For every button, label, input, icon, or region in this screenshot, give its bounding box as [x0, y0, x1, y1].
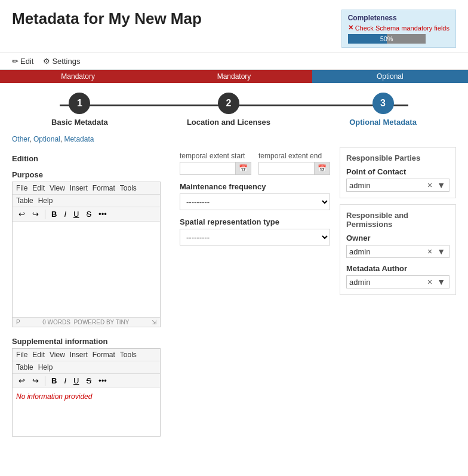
- responsible-parties-box: Responsible Parties Point of Contact adm…: [340, 147, 456, 198]
- owner-value: admin: [349, 247, 424, 256]
- sup-menu-edit[interactable]: Edit: [32, 351, 45, 359]
- temporal-end-input[interactable]: [259, 162, 314, 174]
- sup-menu-view[interactable]: View: [50, 351, 65, 359]
- temporal-start-input-wrap: 📅: [180, 162, 251, 175]
- breadcrumb-metadata[interactable]: Metadata: [64, 135, 94, 143]
- purpose-wordcount: 0 WORDS POWERED BY TINY: [42, 319, 129, 325]
- sup-menu-format[interactable]: Format: [93, 351, 115, 359]
- edit-button[interactable]: ✏ Edit: [12, 57, 33, 66]
- step-bar-mandatory-1: Mandatory: [0, 70, 156, 83]
- purpose-menu-view[interactable]: View: [50, 184, 65, 192]
- temporal-end-label: temporal extent end: [258, 152, 330, 160]
- settings-button[interactable]: ⚙ Settings: [43, 57, 80, 66]
- maintenance-label: Maintenance frequency: [180, 182, 330, 191]
- responsible-parties-title: Responsible Parties: [346, 153, 449, 162]
- page-header: Metadata for My New Map Completeness ✕ C…: [0, 0, 468, 53]
- point-of-contact-label: Point of Contact: [346, 167, 449, 176]
- sup-italic-button[interactable]: I: [61, 376, 69, 386]
- sup-menu-insert[interactable]: Insert: [70, 351, 88, 359]
- sup-help[interactable]: Help: [38, 363, 53, 371]
- steps-bar: Mandatory Mandatory Optional: [0, 70, 468, 83]
- point-of-contact-dropdown-button[interactable]: ▼: [436, 180, 447, 190]
- owner-remove-button[interactable]: ×: [426, 247, 433, 256]
- sup-undo-button[interactable]: ↩: [16, 376, 27, 386]
- purpose-editor-body[interactable]: [13, 222, 160, 317]
- supplemental-toolbar: ↩ ↪ B I U S •••: [13, 374, 160, 388]
- temporal-start-calendar-button[interactable]: 📅: [235, 162, 251, 174]
- sup-underline-button[interactable]: U: [71, 376, 81, 386]
- step-2-circle: 2: [218, 93, 239, 114]
- point-of-contact-remove-button[interactable]: ×: [426, 180, 433, 190]
- temporal-end-calendar-button[interactable]: 📅: [314, 162, 330, 174]
- sup-strikethrough-button[interactable]: S: [84, 376, 94, 386]
- completeness-error: ✕ Check Schema mandatory fields: [348, 24, 449, 32]
- completeness-box: Completeness ✕ Check Schema mandatory fi…: [341, 10, 456, 48]
- spatial-label: Spatial representation type: [180, 217, 330, 226]
- purpose-menu-file[interactable]: File: [16, 184, 27, 192]
- date-input-row: temporal extent start 📅 temporal extent …: [180, 147, 330, 175]
- purpose-help[interactable]: Help: [38, 196, 53, 205]
- sup-table[interactable]: Table: [16, 363, 33, 371]
- responsible-permissions-title: Responsible and Permissions: [346, 211, 449, 229]
- supplemental-menubar2: Table Help: [13, 361, 160, 374]
- right-panel: Responsible Parties Point of Contact adm…: [340, 147, 456, 437]
- bold-button[interactable]: B: [49, 209, 59, 219]
- purpose-menu-insert[interactable]: Insert: [70, 184, 88, 192]
- step-3[interactable]: 3 Optional Metadata: [349, 93, 417, 127]
- owner-input: admin × ▼: [346, 245, 449, 258]
- breadcrumb-other[interactable]: Other: [12, 135, 29, 143]
- sup-menu-tools[interactable]: Tools: [120, 351, 137, 359]
- step-2-label: Location and Licenses: [187, 118, 270, 127]
- middle-panel: temporal extent start 📅 temporal extent …: [170, 147, 340, 437]
- step-bar-mandatory-2: Mandatory: [156, 70, 312, 83]
- breadcrumb-optional[interactable]: Optional: [33, 135, 60, 143]
- sup-bold-button[interactable]: B: [49, 376, 59, 386]
- owner-dropdown-button[interactable]: ▼: [436, 247, 447, 256]
- step-1-circle: 1: [69, 93, 90, 114]
- point-of-contact-input: admin × ▼: [346, 179, 449, 192]
- sup-more-button[interactable]: •••: [96, 376, 109, 386]
- redo-button[interactable]: ↪: [30, 209, 41, 219]
- maintenance-select[interactable]: ---------: [180, 194, 330, 210]
- spatial-select[interactable]: ---------: [180, 229, 330, 245]
- temporal-end-field: temporal extent end 📅: [258, 147, 330, 175]
- metadata-author-remove-button[interactable]: ×: [426, 277, 433, 287]
- sup-redo-button[interactable]: ↪: [30, 376, 41, 386]
- italic-button[interactable]: I: [61, 209, 69, 219]
- main-content: Edition Purpose File Edit View Insert Fo…: [0, 147, 468, 449]
- purpose-paragraph: P: [16, 319, 20, 325]
- metadata-author-dropdown-button[interactable]: ▼: [436, 277, 447, 287]
- purpose-menubar2: Table Help: [13, 195, 160, 207]
- strikethrough-button[interactable]: S: [84, 209, 94, 219]
- steps-wizard: 1 Basic Metadata 2 Location and Licenses…: [0, 83, 468, 131]
- supplemental-editor: File Edit View Insert Format Tools Table…: [12, 348, 161, 437]
- supplemental-editor-body[interactable]: No information provided: [13, 388, 160, 436]
- page-title: Metadata for My New Map: [12, 10, 202, 28]
- step-1[interactable]: 1 Basic Metadata: [51, 93, 108, 127]
- no-info-text: No information provided: [16, 392, 92, 401]
- temporal-start-label: temporal extent start: [180, 152, 251, 160]
- more-button[interactable]: •••: [96, 209, 109, 219]
- undo-button[interactable]: ↩: [16, 209, 27, 219]
- underline-button[interactable]: U: [71, 209, 81, 219]
- page-wrapper: Metadata for My New Map Completeness ✕ C…: [0, 0, 468, 476]
- temporal-start-input[interactable]: [180, 162, 235, 174]
- sup-menu-file[interactable]: File: [16, 351, 27, 359]
- step-2[interactable]: 2 Location and Licenses: [187, 93, 270, 127]
- purpose-editor: File Edit View Insert Format Tools Table…: [12, 182, 161, 327]
- temporal-start-field: temporal extent start 📅: [180, 147, 251, 175]
- step-3-label: Optional Metadata: [349, 118, 417, 127]
- supplemental-label: Supplemental information: [12, 337, 161, 346]
- purpose-statusbar: P 0 WORDS POWERED BY TINY ⇲: [13, 317, 160, 327]
- purpose-toolbar: ↩ ↪ B I U S •••: [13, 207, 160, 222]
- supplemental-menubar: File Edit View Insert Format Tools: [13, 349, 160, 361]
- step-3-circle: 3: [372, 93, 394, 114]
- purpose-menu-tools[interactable]: Tools: [120, 184, 137, 192]
- resize-icon[interactable]: ⇲: [152, 319, 156, 325]
- purpose-table[interactable]: Table: [16, 196, 33, 205]
- purpose-menu-format[interactable]: Format: [93, 184, 115, 192]
- purpose-menu-edit[interactable]: Edit: [32, 184, 45, 192]
- metadata-author-input: admin × ▼: [346, 275, 449, 288]
- x-icon: ✕: [348, 24, 353, 32]
- purpose-menubar: File Edit View Insert Format Tools: [13, 182, 160, 195]
